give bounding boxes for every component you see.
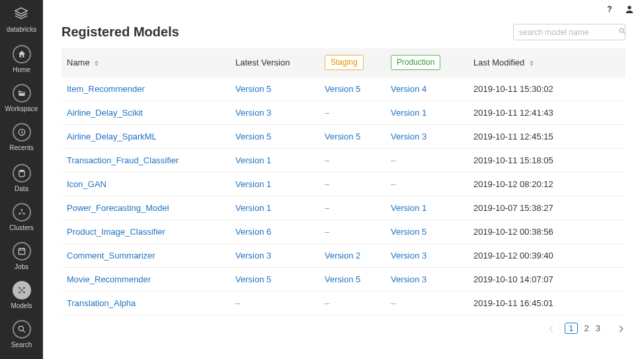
home-icon [13,45,31,63]
latest-version-link[interactable]: Version 1 [235,179,271,189]
search-icon [13,320,31,339]
page-title: Registered Models [61,24,179,40]
svg-point-13 [627,6,631,9]
staging-version-link: – [325,179,329,189]
staging-version-link[interactable]: Version 5 [325,132,360,141]
table-row: Comment_SummarizerVersion 3Version 2Vers… [61,243,625,267]
table-row: Translation_Alpha–––2019-10-11 16:45:01 [61,291,625,315]
sidebar-item-workspace[interactable]: Workspace [5,84,38,112]
page-number[interactable]: 3 [596,323,600,333]
col-header-production[interactable]: Production [385,48,468,77]
model-name-link[interactable]: Airline_Delay_Scikit [67,108,143,118]
staging-version-link: – [325,155,329,165]
databricks-icon [14,7,28,23]
production-version-link[interactable]: Version 3 [391,132,426,141]
model-name-link[interactable]: Product_Image_Classifier [67,227,165,237]
page-number[interactable]: 1 [565,323,577,334]
main-content: ? Registered Models Name Latest Version … [43,0,644,359]
clock-icon [13,123,31,141]
model-name-link[interactable]: Translation_Alpha [67,298,136,308]
topbar: ? [604,4,635,17]
sidebar-item-recents[interactable]: Recents [9,123,34,151]
last-modified-text: 2019-10-11 12:41:43 [473,108,553,118]
production-version-link: – [391,155,395,165]
latest-version-link[interactable]: Version 3 [235,108,271,118]
production-version-link[interactable]: Version 5 [391,227,426,237]
last-modified-text: 2019-10-07 15:38:27 [473,203,553,213]
production-version-link[interactable]: Version 3 [391,274,426,284]
latest-version-link[interactable]: Version 3 [235,251,271,260]
production-version-link[interactable]: Version 1 [391,203,426,213]
staging-version-link[interactable]: Version 2 [325,251,360,260]
last-modified-text: 2019-10-10 14:07:07 [473,274,553,284]
sidebar-item-search[interactable]: Search [11,320,32,348]
model-name-link[interactable]: Transaction_Fraud_Classifier [67,155,179,165]
svg-rect-5 [19,249,24,255]
last-modified-text: 2019-10-11 15:30:02 [473,84,553,94]
svg-text:?: ? [607,5,612,14]
sidebar-item-home[interactable]: Home [13,45,31,73]
staging-version-link[interactable]: Version 5 [325,274,360,284]
sidebar-item-models[interactable]: Models [11,281,32,309]
col-header-staging[interactable]: Staging [319,48,385,77]
sidebar: databricks Home Workspace Recents Data C… [0,0,43,359]
last-modified-text: 2019-10-11 12:45:15 [473,132,553,141]
latest-version-link[interactable]: Version 5 [235,132,271,141]
table-row: Item_RecommenderVersion 5Version 5Versio… [61,77,625,100]
model-graph-icon [13,281,31,299]
table-row: Airline_Delay_ScikitVersion 3–Version 12… [61,100,625,124]
help-icon[interactable]: ? [604,4,615,17]
user-icon[interactable] [624,4,635,17]
page-next[interactable] [614,323,625,333]
production-version-link: – [391,179,395,189]
last-modified-text: 2019-10-12 00:39:40 [473,251,553,260]
table-row: Movie_RecommenderVersion 5Version 5Versi… [61,267,625,291]
sidebar-item-data[interactable]: Data [13,164,31,192]
table-row: Product_Image_ClassifierVersion 6–Versio… [61,219,625,243]
sort-icon [530,60,534,66]
model-name-link[interactable]: Icon_GAN [67,179,106,189]
last-modified-text: 2019-10-11 15:18:05 [473,155,553,165]
model-name-link[interactable]: Power_Forecasting_Model [67,203,169,213]
latest-version-link[interactable]: Version 6 [235,227,271,237]
sort-icon [95,60,99,66]
col-header-modified[interactable]: Last Modified [468,48,625,77]
production-version-link[interactable]: Version 4 [391,84,426,94]
model-name-link[interactable]: Comment_Summarizer [67,251,155,260]
brand-logo[interactable]: databricks [7,7,37,33]
latest-version-link[interactable]: Version 5 [235,274,271,284]
latest-version-link[interactable]: Version 1 [235,155,271,165]
brand-label: databricks [7,26,37,33]
model-search-input[interactable] [519,28,618,37]
model-name-link[interactable]: Movie_Recommender [67,274,151,284]
model-name-link[interactable]: Item_Recommender [67,84,145,94]
models-table: Name Latest Version Staging Production L… [61,48,625,315]
search-icon [618,27,626,37]
cluster-icon [13,203,31,221]
model-search-box[interactable] [513,24,625,40]
staging-version-link[interactable]: Version 5 [325,84,360,94]
latest-version-link: – [235,298,240,308]
svg-point-2 [20,209,22,210]
sidebar-item-jobs[interactable]: Jobs [13,242,31,270]
staging-version-link: – [325,108,329,118]
svg-point-11 [19,326,23,331]
staging-version-link: – [325,227,329,237]
model-name-link[interactable]: Airline_Delay_SparkML [67,132,157,141]
production-version-link[interactable]: Version 1 [391,108,426,118]
col-header-latest[interactable]: Latest Version [230,48,319,77]
col-header-name[interactable]: Name [61,48,230,77]
production-version-link: – [391,298,395,308]
latest-version-link[interactable]: Version 1 [235,203,271,213]
table-row: Airline_Delay_SparkMLVersion 5Version 5V… [61,124,625,148]
sidebar-item-clusters[interactable]: Clusters [9,203,34,231]
latest-version-link[interactable]: Version 5 [235,84,271,94]
page-number[interactable]: 2 [584,323,589,333]
page-prev[interactable] [546,323,558,333]
table-row: Transaction_Fraud_ClassifierVersion 1––2… [61,148,625,172]
staging-version-link: – [325,203,329,213]
production-version-link[interactable]: Version 3 [391,251,426,260]
staging-version-link: – [325,298,329,308]
svg-point-1 [19,170,24,173]
table-row: Icon_GANVersion 1––2019-10-12 08:20:12 [61,172,625,196]
